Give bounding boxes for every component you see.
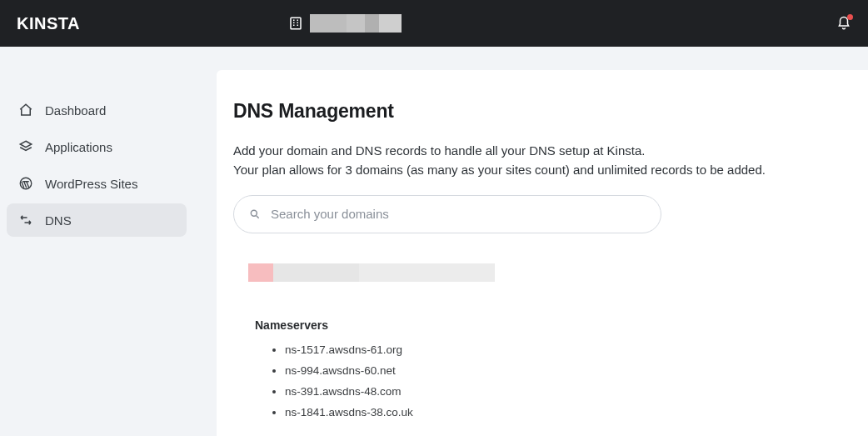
search-input[interactable] — [271, 207, 646, 221]
company-switcher[interactable] — [288, 14, 402, 33]
company-name-redacted — [310, 14, 402, 33]
main-panel: DNS Management Add your domain and DNS r… — [217, 70, 868, 436]
svg-line-9 — [257, 215, 259, 218]
notification-dot — [847, 14, 853, 20]
sidebar-item-label: WordPress Sites — [45, 177, 137, 191]
building-icon — [288, 16, 303, 31]
nameservers-heading: Nameservers — [255, 318, 831, 332]
home-icon — [18, 103, 33, 118]
nameserver-item: ns-391.awsdns-48.com — [285, 385, 831, 398]
sidebar-item-wordpress[interactable]: WordPress Sites — [7, 167, 187, 200]
page-title: DNS Management — [233, 100, 831, 123]
nameserver-item: ns-1517.awsdns-61.org — [285, 343, 831, 356]
svg-point-8 — [251, 210, 257, 216]
svg-rect-0 — [291, 18, 301, 29]
domain-name-redacted — [248, 263, 495, 282]
nameservers-section: Nameservers ns-1517.awsdns-61.org ns-994… — [255, 318, 831, 418]
sidebar-item-label: Applications — [45, 140, 112, 154]
search-icon — [249, 208, 261, 220]
nameserver-item: ns-994.awsdns-60.net — [285, 364, 831, 377]
wordpress-icon — [18, 176, 33, 191]
notifications-button[interactable] — [836, 16, 851, 31]
sidebar-item-dns[interactable]: DNS — [7, 203, 187, 237]
brand-logo: KINSTA — [17, 14, 80, 33]
sidebar-item-dashboard[interactable]: Dashboard — [7, 93, 187, 127]
layers-icon — [18, 139, 33, 154]
nameservers-list: ns-1517.awsdns-61.org ns-994.awsdns-60.n… — [255, 343, 831, 418]
page-description: Add your domain and DNS records to handl… — [233, 141, 831, 180]
sidebar-item-label: DNS — [45, 213, 72, 228]
sidebar-item-label: Dashboard — [45, 103, 106, 118]
sidebar-item-applications[interactable]: Applications — [7, 130, 187, 163]
topbar: KINSTA — [0, 0, 868, 47]
sidebar: Dashboard Applications WordPress Sites D… — [0, 47, 193, 436]
domain-search[interactable] — [233, 195, 661, 233]
nameserver-item: ns-1841.awsdns-38.co.uk — [285, 406, 831, 418]
dns-icon — [18, 213, 33, 228]
